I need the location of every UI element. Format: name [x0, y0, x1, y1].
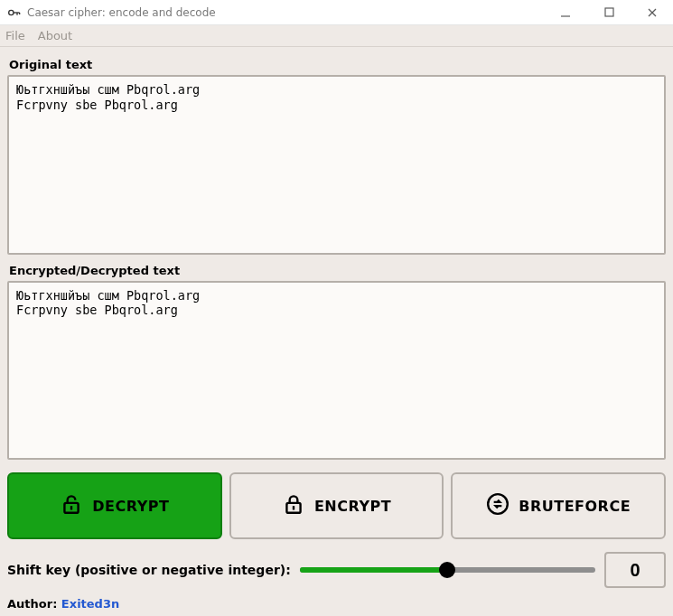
author-prefix: Author: — [7, 597, 61, 611]
bruteforce-label: BRUTEFORCE — [519, 498, 631, 515]
encrypt-button[interactable]: ENCRYPT — [229, 472, 444, 539]
menu-file[interactable]: File — [5, 29, 25, 42]
action-buttons: DECRYPT ENCRYPT BRUTEFORCE — [7, 472, 666, 539]
maximize-button[interactable] — [595, 4, 622, 22]
result-label: Encrypted/Decrypted text — [9, 264, 666, 277]
minimize-button[interactable] — [552, 4, 579, 22]
unlock-icon — [60, 492, 83, 519]
encrypt-label: ENCRYPT — [314, 498, 391, 515]
author-row: Author: Exited3n — [7, 597, 666, 611]
window-controls — [552, 4, 666, 22]
decrypt-button[interactable]: DECRYPT — [7, 472, 222, 539]
shift-value-input[interactable] — [604, 552, 666, 588]
client-area: Original text Encrypted/Decrypted text D… — [0, 47, 673, 616]
svg-point-0 — [9, 10, 14, 14]
close-button[interactable] — [639, 4, 666, 22]
original-text-input[interactable] — [7, 75, 666, 255]
shift-slider[interactable] — [300, 561, 595, 579]
slider-fill — [300, 567, 448, 573]
shift-row: Shift key (positive or negative integer)… — [7, 552, 666, 588]
window-title: Caesar cipher: encode and decode — [27, 6, 552, 19]
slider-thumb[interactable] — [439, 562, 455, 578]
bruteforce-button[interactable]: BRUTEFORCE — [451, 472, 666, 539]
key-icon — [5, 5, 22, 21]
lock-icon — [282, 492, 305, 519]
result-text-input[interactable] — [7, 281, 666, 461]
decrypt-label: DECRYPT — [92, 498, 169, 515]
svg-point-12 — [488, 494, 508, 514]
author-link[interactable]: Exited3n — [61, 597, 119, 611]
shift-label: Shift key (positive or negative integer)… — [7, 563, 291, 577]
menu-about[interactable]: About — [38, 29, 72, 42]
titlebar: Caesar cipher: encode and decode — [0, 0, 673, 25]
original-label: Original text — [9, 58, 666, 71]
svg-rect-5 — [605, 8, 613, 16]
swap-icon — [486, 492, 509, 519]
menubar: File About — [0, 25, 673, 47]
